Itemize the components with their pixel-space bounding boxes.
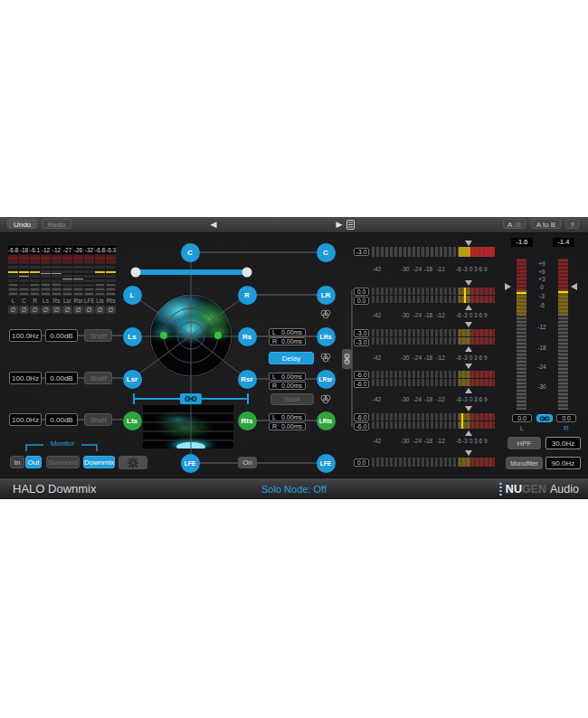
delay-r-field[interactable]: R0.00ms — [269, 422, 306, 430]
node-lrts-out[interactable]: LRts — [317, 411, 336, 430]
node-right-top[interactable]: Rts — [238, 411, 257, 430]
delay-r-field[interactable]: R0.00ms — [269, 337, 306, 345]
node-lfe-in[interactable]: LFE — [181, 454, 200, 473]
node-lfe-out[interactable]: LFE — [317, 454, 336, 473]
delay-l-field[interactable]: L0.00ms — [269, 328, 306, 336]
divergence-link-button[interactable] — [180, 393, 202, 404]
solo-listen-icon[interactable] — [319, 394, 332, 404]
pan-dot-left[interactable] — [160, 332, 167, 339]
peak-hold-tick — [461, 413, 463, 429]
node-lrsr-out[interactable]: LRsr — [317, 370, 336, 389]
seek-button[interactable]: Seek — [270, 393, 314, 405]
halo-downmix-plugin-window: Undo Redo ◀ · ▶ A|B A to B ? — [0, 217, 588, 499]
delay-mode-button[interactable]: Delay — [269, 352, 314, 364]
node-right-surround-rear[interactable]: Rsr — [238, 370, 257, 389]
solo-listen-icon[interactable] — [319, 353, 332, 363]
lfe-on-button[interactable]: On — [238, 457, 257, 468]
node-left[interactable]: L — [123, 286, 142, 305]
node-left-surround-rear[interactable]: Lsr — [123, 370, 142, 389]
delay-l-field[interactable]: L0.00ms — [269, 373, 306, 381]
peak-hold-line — [558, 291, 568, 293]
monitor-bracket — [26, 445, 97, 451]
height-meter-display — [143, 405, 233, 453]
page: Undo Redo ◀ · ▶ A|B A to B ? — [0, 0, 588, 718]
node-left-top[interactable]: Lts — [123, 411, 142, 430]
node-center-in[interactable]: C — [181, 243, 200, 262]
delay-l-field[interactable]: L0.00ms — [269, 413, 306, 421]
node-center-out[interactable]: C — [317, 243, 336, 262]
node-left-surround[interactable]: Ls — [123, 327, 142, 346]
node-lr-out[interactable]: LR — [317, 286, 336, 305]
delay-r-field[interactable]: R0.00ms — [269, 382, 306, 390]
solo-listen-icon[interactable] — [319, 309, 332, 319]
gain-link-button[interactable] — [342, 349, 352, 369]
node-right-surround[interactable]: Rs — [238, 327, 257, 346]
peak-hold-line — [517, 292, 526, 294]
surround-field[interactable] — [141, 286, 239, 377]
pan-dot-right[interactable] — [214, 332, 222, 339]
link-icon — [344, 353, 350, 365]
peak-hold-tick — [464, 288, 466, 303]
node-right[interactable]: R — [238, 286, 257, 305]
node-lrs-out[interactable]: LRs — [317, 327, 336, 346]
